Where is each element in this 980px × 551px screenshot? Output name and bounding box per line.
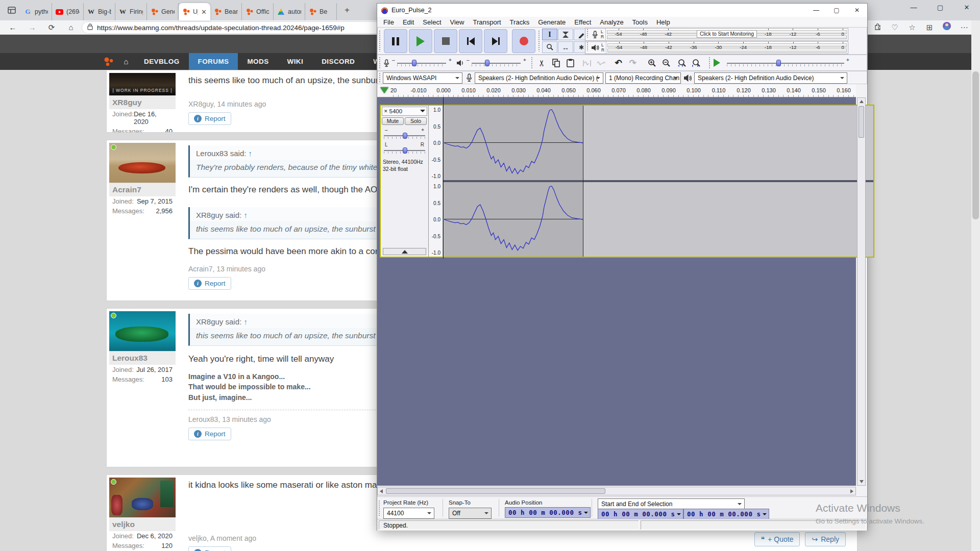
- close-button[interactable]: ✕: [847, 4, 867, 17]
- menu-help[interactable]: Help: [656, 18, 670, 26]
- fit-project-button[interactable]: [689, 57, 703, 69]
- tab-close-icon[interactable]: ✕: [201, 8, 207, 16]
- tab-actions-menu-icon[interactable]: [5, 4, 18, 16]
- nav-item-mods[interactable]: MODS: [238, 53, 278, 70]
- gain-thumb[interactable]: [403, 133, 407, 139]
- edit-toolbar-grip[interactable]: [531, 57, 533, 69]
- vertical-scrollbar[interactable]: [857, 97, 866, 486]
- report-button[interactable]: iReport: [188, 277, 231, 290]
- collections-icon[interactable]: ⊞: [923, 21, 936, 34]
- track[interactable]: ✕ 5400 Mute Solo – +: [380, 105, 874, 258]
- quote-button[interactable]: ❝+ Quote: [754, 532, 800, 546]
- nav-item-discord[interactable]: DISCORD: [312, 53, 364, 70]
- avatar[interactable]: | WORK IN PROGRESS |: [109, 73, 176, 95]
- horizontal-scroll-thumb[interactable]: [386, 488, 605, 494]
- recording-meter[interactable]: LR Click to Start Monitoring -54-48-42-1…: [585, 28, 848, 41]
- project-rate-select[interactable]: 44100: [383, 508, 434, 519]
- menu-select[interactable]: Select: [423, 18, 441, 26]
- track-name[interactable]: 5400: [389, 108, 420, 114]
- menu-transport[interactable]: Transport: [473, 18, 501, 26]
- gain-slider[interactable]: [384, 133, 425, 141]
- browser-tab-autom[interactable]: autom: [274, 3, 305, 20]
- snap-to-select[interactable]: Off: [449, 508, 492, 519]
- browser-tab-firing[interactable]: WFiring: [115, 3, 147, 20]
- nav-item-devblog[interactable]: DEVBLOG: [135, 53, 189, 70]
- menu-generate[interactable]: Generate: [538, 18, 566, 26]
- browser-maximize-button[interactable]: ▢: [927, 0, 953, 15]
- browser-essentials-icon[interactable]: ♡: [888, 21, 901, 34]
- quote-jump-arrow[interactable]: ↑: [243, 317, 248, 326]
- menu-tracks[interactable]: Tracks: [510, 18, 530, 26]
- playback-device-select[interactable]: Speakers (2- High Definition Audio Devic…: [694, 72, 847, 84]
- horizontal-scrollbar[interactable]: [377, 487, 856, 495]
- fit-selection-button[interactable]: [675, 57, 689, 69]
- transport-grip[interactable]: [379, 30, 381, 52]
- settings-menu-icon[interactable]: ⋯: [958, 21, 971, 34]
- browser-minimize-button[interactable]: —: [900, 0, 927, 15]
- recording-meter-grip[interactable]: [586, 29, 589, 38]
- play-at-speed-grip[interactable]: [708, 57, 711, 69]
- profile-avatar[interactable]: [940, 21, 953, 34]
- forward-icon[interactable]: →: [26, 21, 39, 34]
- paste-button[interactable]: [564, 57, 577, 69]
- stop-button[interactable]: [434, 29, 457, 53]
- envelope-tool-button[interactable]: [558, 29, 573, 40]
- scroll-left-icon[interactable]: [380, 489, 383, 493]
- quote-jump-arrow[interactable]: ↑: [249, 149, 253, 158]
- selection-mode-select[interactable]: Start and End of Selection: [598, 498, 745, 510]
- recording-device-select[interactable]: Speakers (2- High Definition Audio Devic…: [475, 72, 603, 84]
- audio-position-field[interactable]: 00 h 00 m 00.000 s: [505, 507, 591, 518]
- new-tab-button[interactable]: +: [341, 5, 353, 16]
- back-icon[interactable]: ←: [6, 21, 19, 34]
- browser-tab-officia[interactable]: Officia: [242, 3, 274, 20]
- amplitude-ruler[interactable]: 1.00.50.0-0.5-1.0 1.00.50.0-0.5-1.0: [429, 106, 443, 257]
- solo-button[interactable]: Solo: [405, 117, 427, 125]
- browser-tab-beamn[interactable]: BeamN: [210, 3, 242, 20]
- browser-tab-up[interactable]: Up✕: [179, 3, 210, 20]
- track-collapse-button[interactable]: [383, 248, 426, 255]
- recording-volume-thumb[interactable]: [412, 60, 416, 66]
- author-name[interactable]: Leroux83: [109, 351, 176, 365]
- avatar[interactable]: [109, 478, 176, 517]
- time-shift-tool-button[interactable]: ↔: [558, 41, 573, 53]
- silence-selection-button[interactable]: [594, 57, 608, 69]
- selection-start-field[interactable]: 00 h 00 m 00.000 s: [598, 509, 683, 519]
- timeline-pin-icon[interactable]: [380, 87, 388, 93]
- mute-button[interactable]: Mute: [382, 117, 404, 125]
- tools-grip[interactable]: [538, 30, 541, 52]
- copy-button[interactable]: [549, 57, 563, 69]
- scroll-down-icon[interactable]: [860, 480, 864, 483]
- browser-tab-genera[interactable]: Genera: [147, 3, 179, 20]
- trim-outside-selection-button[interactable]: [580, 57, 594, 69]
- play-speed-thumb[interactable]: [776, 60, 781, 66]
- menu-view[interactable]: View: [450, 18, 464, 26]
- browser-close-button[interactable]: ✕: [953, 0, 980, 15]
- track-title-row[interactable]: ✕ 5400: [382, 107, 427, 116]
- minimize-button[interactable]: —: [806, 4, 826, 17]
- device-grip[interactable]: [379, 72, 381, 82]
- nav-item-forums[interactable]: FORUMS: [189, 53, 238, 70]
- pan-thumb[interactable]: [403, 147, 407, 154]
- nav-item-wiki[interactable]: WIKI: [278, 53, 313, 70]
- author-name[interactable]: veljko: [109, 517, 176, 531]
- track-menu-dropdown-icon[interactable]: [420, 110, 425, 115]
- playback-volume-slider[interactable]: [472, 60, 521, 67]
- playback-meter-grip[interactable]: [586, 42, 589, 51]
- redo-button[interactable]: ↷: [626, 57, 640, 69]
- recording-volume-slider[interactable]: [397, 60, 446, 67]
- reply-button[interactable]: ↪Reply: [805, 532, 846, 546]
- quote-jump-arrow[interactable]: ↑: [243, 211, 248, 219]
- zoom-tool-button[interactable]: [542, 41, 557, 53]
- browser-tab-bigba[interactable]: WBig-ba: [84, 3, 115, 20]
- report-button[interactable]: iReport: [188, 546, 231, 551]
- scroll-right-icon[interactable]: [850, 489, 853, 493]
- pan-slider[interactable]: [384, 147, 425, 156]
- forum-home-icon[interactable]: ⌂: [117, 53, 135, 70]
- pause-button[interactable]: [384, 29, 407, 53]
- menu-effect[interactable]: Effect: [574, 18, 591, 26]
- home-icon[interactable]: ⌂: [64, 21, 78, 34]
- recording-channels-select[interactable]: 1 (Mono) Recording Chan: [605, 72, 681, 84]
- vertical-scroll-thumb[interactable]: [859, 106, 864, 138]
- menu-tools[interactable]: Tools: [632, 18, 648, 26]
- selection-toolbar-grip[interactable]: [378, 500, 381, 516]
